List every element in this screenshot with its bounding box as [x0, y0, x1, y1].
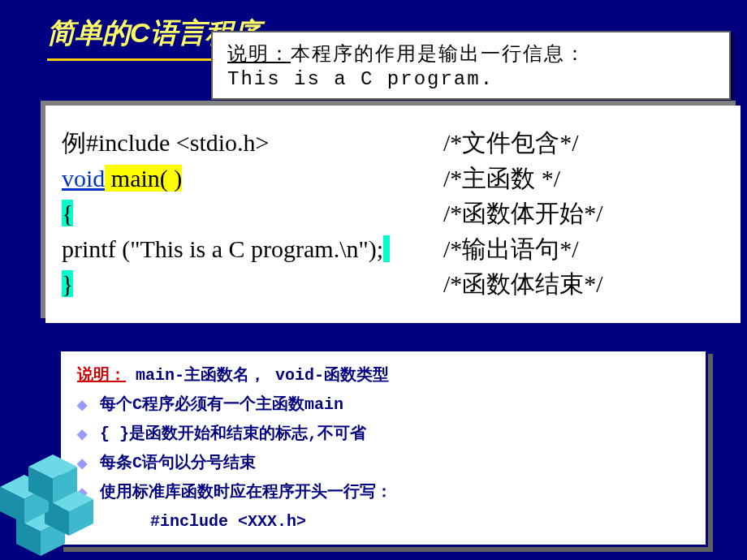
- code-line-5: }: [62, 266, 451, 302]
- code-line-1: 例#include <stdio.h>: [62, 125, 451, 161]
- code-void-keyword: void: [62, 165, 105, 192]
- explain-text1: 本程序的作用是输出一行信息：: [291, 44, 586, 66]
- diamond-icon: ◆: [77, 394, 92, 416]
- code-printf: printf ("This is a C program.\n");: [62, 235, 383, 262]
- info-bullet-1: ◆每个C程序必须有一个主函数main: [77, 390, 689, 418]
- code-line-2: void main( ): [62, 161, 451, 196]
- info-b4-sub-text: #include <XXX.h>: [150, 512, 306, 531]
- code-panel: 例#include <stdio.h> void main( ) { print…: [45, 106, 741, 323]
- info-box: 说明： main-主函数名， void-函数类型 ◆每个C程序必须有一个主函数m…: [58, 349, 708, 547]
- info-heading-label: 说明：: [77, 365, 126, 383]
- info-bullet-3: ◆每条C语句以分号结束: [77, 449, 689, 476]
- info-heading-rest: main-主函数名， void-函数类型: [126, 366, 389, 385]
- code-close-brace: }: [62, 270, 73, 297]
- comment-5: /*函数体结束*/: [443, 266, 603, 302]
- info-b2-text: { }是函数开始和结束的标志,不可省: [100, 424, 366, 443]
- code-right-column: /*文件包含*/ /*主函数 */ /*函数体开始*/ /*输出语句*/ /*函…: [443, 125, 603, 302]
- decorative-cubes-icon: [0, 430, 138, 560]
- info-bullet-2: ◆{ }是函数开始和结束的标志,不可省: [77, 420, 689, 447]
- info-heading-row: 说明： main-主函数名， void-函数类型: [77, 361, 689, 389]
- code-semicolon-hl: [383, 235, 390, 262]
- code-left-column: 例#include <stdio.h> void main( ) { print…: [62, 125, 451, 302]
- code-example-label: 例: [62, 129, 86, 156]
- code-open-brace: {: [62, 200, 73, 226]
- explain-label: 说明：: [227, 44, 291, 66]
- code-include: #include <stdio.h>: [86, 129, 269, 156]
- code-line-4: printf ("This is a C program.\n");: [62, 231, 500, 267]
- comment-4: /*输出语句*/: [443, 231, 603, 267]
- code-line-3: {: [62, 196, 451, 231]
- info-bullet-4-sub: #include <XXX.h>: [77, 507, 689, 535]
- code-main-func: main( ): [105, 165, 182, 192]
- explain-box: 说明：本程序的作用是输出一行信息： This is a C program.: [211, 31, 731, 100]
- explain-text2: This is a C program.: [227, 68, 494, 90]
- info-b1-text: 每个C程序必须有一个主函数main: [100, 395, 343, 414]
- comment-1: /*文件包含*/: [443, 125, 603, 161]
- info-bullet-4: ◆使用标准库函数时应在程序开头一行写：: [77, 478, 689, 506]
- comment-3: /*函数体开始*/: [443, 196, 603, 231]
- info-b4-text: 使用标准库函数时应在程序开头一行写：: [100, 483, 392, 502]
- comment-2: /*主函数 */: [443, 161, 603, 196]
